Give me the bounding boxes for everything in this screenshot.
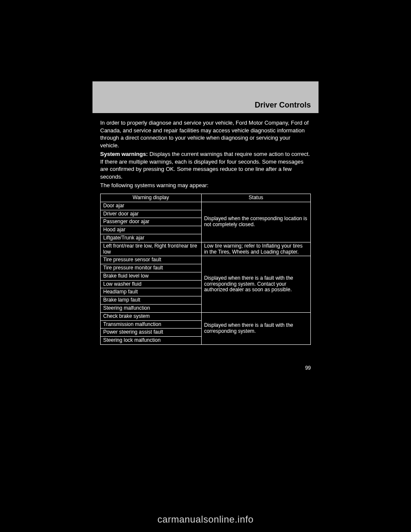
warning-cell: Hood ajar (101, 226, 202, 234)
warning-cell: Check brake system (101, 312, 202, 320)
table-row: Tire pressure sensor fault Displayed whe… (101, 256, 311, 264)
col-header-status: Status (201, 194, 310, 202)
warning-cell: Low washer fluid (101, 280, 202, 288)
status-cell: Low tire warning; refer to Inflating you… (201, 242, 310, 256)
warning-cell: Left front/rear tire low, Right front/re… (101, 242, 202, 256)
warning-cell: Passenger door ajar (101, 218, 202, 226)
warning-cell: Liftgate/Trunk ajar (101, 234, 202, 242)
body-text-block: In order to properly diagnose and servic… (92, 113, 319, 189)
warning-cell: Driver door ajar (101, 210, 202, 218)
warnings-table: Warning display Status Door ajar Display… (100, 194, 311, 345)
section-title: Driver Controls (255, 101, 311, 110)
manual-page: Driver Controls In order to properly dia… (92, 81, 319, 374)
intro-paragraph-2: System warnings: Displays the current wa… (100, 150, 311, 180)
warning-cell: Brake fluid level low (101, 272, 202, 280)
section-header-bar: Driver Controls (92, 81, 319, 113)
warning-cell: Transmission malfunction (101, 320, 202, 329)
warning-cell: Steering malfunction (101, 305, 202, 313)
status-cell: Displayed when there is a fault with the… (201, 256, 310, 313)
warning-cell: Tire pressure sensor fault (101, 256, 202, 264)
page-number: 99 (305, 365, 311, 371)
watermark-text: carmanualsonline.info (0, 514, 411, 525)
table-row: Check brake system Displayed when there … (101, 312, 311, 320)
table-row: Door ajar Displayed when the correspondi… (101, 202, 311, 210)
warning-cell: Headlamp fault (101, 288, 202, 296)
col-header-warning: Warning display (101, 194, 202, 202)
system-warnings-label: System warnings: (100, 151, 148, 157)
table-row: Left front/rear tire low, Right front/re… (101, 242, 311, 256)
intro-paragraph-1: In order to properly diagnose and servic… (100, 119, 311, 149)
status-cell: Displayed when there is a fault with the… (201, 312, 310, 344)
status-text: Low tire warning; refer to Inflating you… (204, 243, 303, 255)
warning-cell: Brake lamp fault (101, 296, 202, 305)
warning-cell: Door ajar (101, 202, 202, 210)
status-cell: Displayed when the corresponding locatio… (201, 202, 310, 242)
warning-cell: Power steering assist fault (101, 329, 202, 337)
intro-paragraph-3: The following systems warning may appear… (100, 182, 311, 189)
warning-cell: Steering lock malfunction (101, 337, 202, 345)
table-header-row: Warning display Status (101, 194, 311, 202)
warning-cell: Tire pressure monitor fault (101, 264, 202, 272)
